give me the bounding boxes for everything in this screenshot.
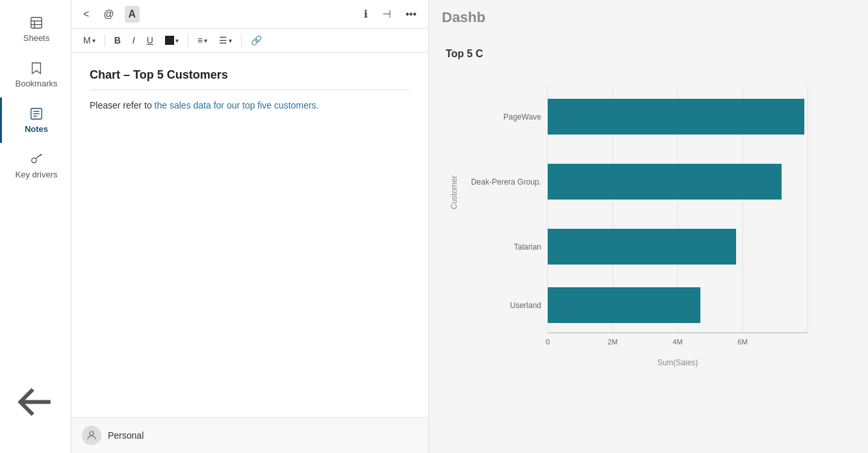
y-label-deak-perera: Deak-Perera Group. <box>471 177 541 187</box>
color-button[interactable]: ▾ <box>161 33 183 47</box>
underline-label: U <box>147 35 153 45</box>
collapse-icon <box>5 372 66 432</box>
list-dropdown-icon: ▾ <box>229 37 232 44</box>
more-icon: ••• <box>405 8 416 20</box>
align-icon: ≡ <box>198 35 203 45</box>
chart-title: Top 5 C <box>435 42 855 66</box>
divider-3 <box>241 34 242 47</box>
bold-label: B <box>114 35 121 45</box>
sidebar-item-label-key-drivers: Key drivers <box>15 170 57 179</box>
svg-point-10 <box>90 432 94 435</box>
sidebar-item-bookmarks[interactable]: Bookmarks <box>0 52 71 97</box>
align-button[interactable]: ≡ ▾ <box>194 32 211 48</box>
bookmark-icon <box>29 61 44 75</box>
link-icon: 🔗 <box>251 35 262 45</box>
top-toolbar: < @ A ℹ ⊣ ••• <box>71 0 428 29</box>
svg-point-8 <box>32 158 36 162</box>
align-dropdown-icon: ▾ <box>204 37 207 44</box>
divider-1 <box>105 34 105 47</box>
x-tick-6m: 6M <box>737 338 747 346</box>
sidebar-item-label-bookmarks: Bookmarks <box>15 79 57 88</box>
x-tick-2m: 2M <box>607 338 617 346</box>
note-body: Pleaser refer to the sales data for our … <box>90 98 410 112</box>
y-label-talarian: Talarian <box>514 242 541 252</box>
bar-deak-perera <box>548 164 782 200</box>
notes-icon <box>29 107 44 121</box>
sidebar-collapse-btn[interactable] <box>0 364 71 440</box>
chart-container: Top 5 C PageWave <box>429 35 868 453</box>
heading-button[interactable]: M ▾ <box>79 32 99 48</box>
y-label-pagewave: PageWave <box>504 112 542 122</box>
y-axis-title: Customer <box>450 175 459 209</box>
bar-userland <box>548 287 700 323</box>
font-button[interactable]: A <box>125 6 140 23</box>
mention-button[interactable]: @ <box>99 6 118 23</box>
format-toolbar: M ▾ B I U ▾ ≡ ▾ ☰ ▾ <box>71 29 428 53</box>
note-body-text: Pleaser refer to <box>90 100 155 110</box>
bold-button[interactable]: B <box>110 32 125 48</box>
bar-chart-svg: PageWave Deak-Perera Group. Talarian Use… <box>435 73 855 385</box>
underline-button[interactable]: U <box>143 32 157 48</box>
x-tick-0: 0 <box>546 338 550 346</box>
back-icon: < <box>83 8 89 20</box>
avatar <box>82 426 101 445</box>
list-button[interactable]: ☰ ▾ <box>215 32 236 48</box>
note-content: Chart – Top 5 Customers Pleaser refer to… <box>71 53 428 417</box>
color-swatch <box>165 36 174 45</box>
sidebar-item-key-drivers[interactable]: Key drivers <box>0 143 71 188</box>
bar-pagewave <box>548 99 804 135</box>
sidebar: Sheets Bookmarks Notes Key drivers <box>0 0 71 453</box>
next-button[interactable]: ⊣ <box>378 5 395 23</box>
dashboard-title: Dashb <box>429 0 868 35</box>
x-tick-4m: 4M <box>672 338 682 346</box>
chart-title-text: Top 5 C <box>446 48 483 59</box>
font-icon: A <box>129 8 136 20</box>
info-icon: ℹ <box>364 8 368 20</box>
dashboard-title-text: Dashb <box>442 9 485 25</box>
main-area: < @ A ℹ ⊣ ••• M ▾ <box>71 0 868 453</box>
list-icon: ☰ <box>219 35 227 45</box>
link-button[interactable]: 🔗 <box>247 32 266 48</box>
divider-2 <box>188 34 188 47</box>
mention-icon: @ <box>103 8 114 20</box>
sidebar-item-notes[interactable]: Notes <box>0 97 71 143</box>
note-title: Chart – Top 5 Customers <box>90 68 410 90</box>
key-drivers-icon <box>29 152 44 166</box>
color-dropdown-icon: ▾ <box>175 37 179 44</box>
sidebar-bottom <box>0 364 71 447</box>
dashboard-panel: Dashb Top 5 C <box>429 0 868 453</box>
bar-talarian <box>548 229 736 265</box>
info-button[interactable]: ℹ <box>360 5 372 23</box>
heading-label: M <box>83 35 91 45</box>
footer-personal-label: Personal <box>108 430 144 441</box>
note-body-highlight: the sales data for our top five customer… <box>155 100 319 110</box>
note-footer: Personal <box>71 417 428 453</box>
italic-label: I <box>133 35 135 45</box>
next-icon: ⊣ <box>382 8 391 20</box>
y-label-userland: Userland <box>510 301 541 310</box>
x-axis-title: Sum(Sales) <box>657 358 698 367</box>
italic-button[interactable]: I <box>129 32 139 48</box>
back-button[interactable]: < <box>79 6 93 23</box>
sidebar-item-label-sheets: Sheets <box>23 33 49 43</box>
sheets-icon <box>29 16 44 30</box>
sidebar-item-sheets[interactable]: Sheets <box>0 6 71 52</box>
svg-rect-0 <box>31 18 42 29</box>
more-button[interactable]: ••• <box>402 6 420 23</box>
notes-panel: < @ A ℹ ⊣ ••• M ▾ <box>71 0 429 453</box>
heading-dropdown-icon: ▾ <box>92 37 96 44</box>
sidebar-item-label-notes: Notes <box>25 124 48 134</box>
